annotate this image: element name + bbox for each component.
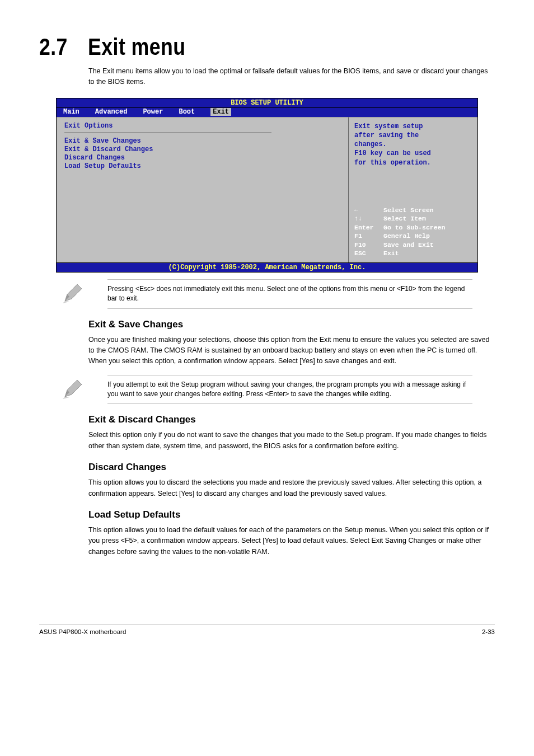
page-footer: ASUS P4P800-X motherboard 2-33 [39,624,495,635]
tab-exit[interactable]: Exit [210,108,231,116]
sub-title: Discard Changes [88,462,495,473]
note-text-2: If you attempt to exit the Setup program… [107,375,472,405]
sub-title: Exit & Discard Changes [88,414,495,425]
key-label: Exit [383,249,399,258]
footer-left: ASUS P4P800-X motherboard [39,628,126,635]
discard-changes-item[interactable]: Discard Changes [64,154,340,162]
note-text-1: Pressing <Esc> does not immediately exit… [107,279,472,309]
sub-body: Select this option only if you do not wa… [88,430,495,452]
bios-help-text: Exit system setup after saving the chang… [354,122,472,206]
help-line: F10 key can be used [354,149,472,158]
exit-discard-changes-item[interactable]: Exit & Discard Changes [64,145,340,153]
footer-right: 2-33 [482,628,495,635]
bios-header: BIOS SETUP UTILITY [57,98,477,108]
exit-options-heading: Exit Options [64,122,340,130]
tab-power[interactable]: Power [143,108,163,116]
bios-left-pane: Exit Options Exit & Save Changes Exit & … [57,117,349,262]
key-f10: F10 [354,241,383,250]
subsection-discard: Discard Changes This option allows you t… [88,462,495,499]
section-intro: The Exit menu items allow you to load th… [39,66,495,88]
key-label: Select Screen [383,206,434,215]
subsection-load-defaults: Load Setup Defaults This option allows y… [88,509,495,557]
bios-footer: (C)Copyright 1985-2002, American Megatre… [57,262,477,272]
subsection-exit-discard: Exit & Discard Changes Select this optio… [88,414,495,452]
help-line: for this operation. [354,158,472,167]
key-label: Go to Sub-screen [383,223,445,232]
sub-body: This option allows you to load the defau… [88,525,495,557]
sub-body: This option allows you to discard the se… [88,477,495,499]
sub-body: Once you are finished making your select… [88,335,495,367]
key-label: Save and Exit [383,241,434,250]
pencil-icon [62,378,85,401]
sub-title: Load Setup Defaults [88,509,495,520]
pencil-icon [62,282,85,306]
bios-key-legend: ←Select Screen ↑↓Select Item EnterGo to … [354,206,472,258]
key-enter: Enter [354,223,383,232]
exit-save-changes-item[interactable]: Exit & Save Changes [64,137,340,145]
divider [64,132,271,133]
help-line: changes. [354,140,472,149]
tab-advanced[interactable]: Advanced [95,108,128,116]
key-label: Select Item [383,214,426,223]
key-esc: ESC [354,249,383,258]
key-arrow-ud: ↑↓ [354,214,383,223]
subsection-exit-save: Exit & Save Changes Once you are finishe… [88,319,495,367]
bios-tab-bar: Main Advanced Power Boot Exit [57,108,477,117]
tab-main[interactable]: Main [63,108,79,116]
bios-right-pane: Exit system setup after saving the chang… [349,117,477,262]
note-block-1: Pressing <Esc> does not immediately exit… [62,279,472,309]
sub-title: Exit & Save Changes [88,319,495,330]
bios-screenshot: BIOS SETUP UTILITY Main Advanced Power B… [56,98,478,273]
key-arrow-lr: ← [354,206,383,215]
section-title: 2.7 Exit menu [39,34,427,60]
note-block-2: If you attempt to exit the Setup program… [62,375,472,405]
help-line: Exit system setup [354,122,472,131]
tab-boot[interactable]: Boot [179,108,195,116]
load-setup-defaults-item[interactable]: Load Setup Defaults [64,162,340,170]
key-label: General Help [383,232,430,241]
key-f1: F1 [354,232,383,241]
help-line: after saving the [354,131,472,140]
